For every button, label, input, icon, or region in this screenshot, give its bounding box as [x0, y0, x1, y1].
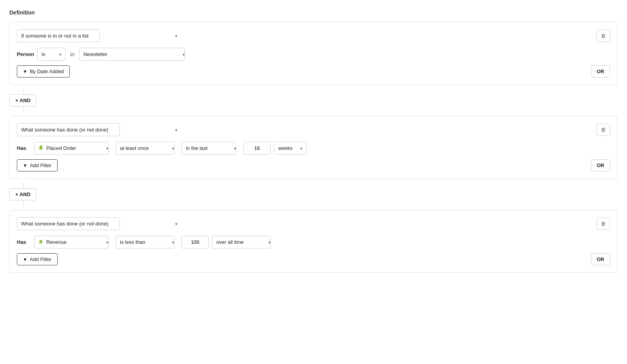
- block3-condition-select[interactable]: is less than is greater than equals: [116, 236, 174, 249]
- block3-or-button[interactable]: OR: [591, 253, 611, 265]
- block3-filter-label: Add Filter: [30, 256, 52, 262]
- vline-1b: [24, 106, 24, 113]
- and-button-2[interactable]: + AND: [9, 188, 36, 200]
- block3-condition-wrapper[interactable]: is less than is greater than equals: [116, 236, 178, 249]
- trash-icon-3: 🗑: [601, 221, 606, 227]
- block1-or-label: OR: [597, 68, 605, 74]
- trash-icon-2: 🗑: [601, 127, 606, 133]
- block2-frequency-wrapper[interactable]: at least once zero times: [116, 142, 178, 155]
- block3-filter-button[interactable]: ▼ Add Filter: [17, 253, 58, 265]
- block2-filter-row: ▼ Add Filter OR: [17, 159, 610, 171]
- block1-person-row: Person is is not in Newsletter: [17, 48, 610, 61]
- block3-action-wrapper[interactable]: Revenue: [34, 236, 112, 249]
- block2-type-wrapper[interactable]: What someone has done (or not done): [17, 123, 181, 136]
- definition-section: Definition If someone is in or not in a …: [9, 9, 618, 273]
- block2-filter-button[interactable]: ▼ Add Filter: [17, 159, 58, 171]
- block1-type-wrapper[interactable]: If someone is in or not in a list: [17, 29, 181, 42]
- person-condition-wrapper[interactable]: is is not: [37, 48, 65, 61]
- block3-or-label: OR: [597, 256, 605, 262]
- block2-action-wrapper[interactable]: Placed Order: [34, 142, 112, 155]
- condition-block-3: What someone has done (or not done) 🗑 Ha…: [9, 210, 618, 273]
- vline-2: [24, 182, 24, 188]
- block3-type-select[interactable]: What someone has done (or not done): [17, 217, 120, 230]
- block1-filter-row: ▼ By Date Added OR: [17, 65, 610, 77]
- block1-filter-label: By Date Added: [30, 68, 64, 74]
- and-button-1[interactable]: + AND: [9, 94, 36, 106]
- block3-action-select[interactable]: Revenue: [34, 236, 109, 249]
- block2-frequency-select[interactable]: at least once zero times: [116, 142, 174, 155]
- person-list-wrapper[interactable]: Newsletter: [79, 48, 189, 61]
- block3-has-row: Has Revenue is less tha: [17, 236, 610, 249]
- block2-or-label: OR: [597, 162, 605, 168]
- person-list-select[interactable]: Newsletter: [79, 48, 185, 61]
- block3-delete-button[interactable]: 🗑: [596, 218, 610, 230]
- block2-timeframe-wrapper[interactable]: in the last over all time: [181, 142, 240, 155]
- condition-block-1: If someone is in or not in a list 🗑 Pers…: [9, 22, 618, 85]
- block2-unit-select[interactable]: weeks days months: [274, 142, 306, 155]
- block1-delete-button[interactable]: 🗑: [596, 30, 610, 42]
- block2-has-row: Has Placed Order: [17, 142, 610, 155]
- block2-delete-button[interactable]: 🗑: [596, 124, 610, 136]
- block2-filter-label: Add Filter: [30, 162, 52, 168]
- condition-block-2: What someone has done (or not done) 🗑 Ha…: [9, 116, 618, 179]
- block2-number-input[interactable]: [243, 142, 271, 155]
- person-label: Person: [17, 51, 34, 57]
- block2-unit-wrapper[interactable]: weeks days months: [274, 142, 306, 155]
- definition-title: Definition: [9, 9, 618, 16]
- vline-1: [24, 88, 24, 94]
- has-label-2: Has: [17, 145, 31, 151]
- block3-type-wrapper[interactable]: What someone has done (or not done): [17, 217, 181, 230]
- funnel-icon-2: ▼: [23, 163, 27, 168]
- block2-or-button[interactable]: OR: [591, 159, 611, 171]
- block2-timeframe-select[interactable]: in the last over all time: [181, 142, 236, 155]
- block2-type-select[interactable]: What someone has done (or not done): [17, 123, 120, 136]
- funnel-icon-3: ▼: [23, 257, 27, 262]
- and-label-2: + AND: [15, 191, 31, 197]
- block2-action-select[interactable]: Placed Order: [34, 142, 109, 155]
- block3-timeframe-select[interactable]: over all time in the last: [212, 236, 271, 249]
- block1-filter-button[interactable]: ▼ By Date Added: [17, 65, 70, 77]
- trash-icon: 🗑: [601, 33, 606, 39]
- person-condition-select[interactable]: is is not: [37, 48, 65, 61]
- person-preposition: in: [69, 51, 76, 58]
- and-connector-1-area: + AND: [9, 88, 618, 113]
- and-connector-2-area: + AND: [9, 182, 618, 207]
- block3-filter-row: ▼ Add Filter OR: [17, 253, 610, 265]
- block3-timeframe-wrapper[interactable]: over all time in the last: [212, 236, 275, 249]
- block1-or-button[interactable]: OR: [591, 65, 611, 77]
- funnel-icon-1: ▼: [23, 69, 27, 74]
- block3-number-input[interactable]: [181, 236, 209, 249]
- has-label-3: Has: [17, 239, 31, 245]
- and-label-1: + AND: [15, 97, 31, 103]
- vline-2b: [24, 200, 24, 207]
- block1-type-select[interactable]: If someone is in or not in a list: [17, 29, 100, 42]
